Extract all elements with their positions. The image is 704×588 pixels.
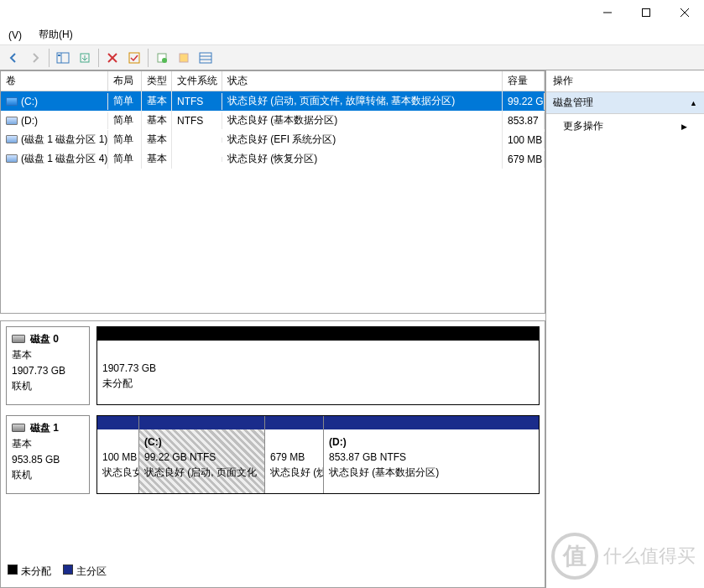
properties-icon[interactable] [152,48,172,68]
disk-graphical-view: 磁盘 0基本1907.73 GB联机1907.73 GB未分配磁盘 1基本953… [0,320,545,588]
list-view-icon[interactable] [196,48,216,68]
hdd-icon [12,335,25,343]
col-type[interactable]: 类型 [142,71,172,91]
partition[interactable]: 1907.73 GB未分配 [97,327,539,404]
svg-rect-13 [180,54,188,62]
nav-forward-icon[interactable] [25,48,45,68]
volume-row[interactable]: (D:)简单基本NTFS状态良好 (基本数据分区)853.87 [1,111,545,130]
disk-row: 磁盘 1基本953.85 GB联机100 MB状态良女(C:)99.22 GB … [6,415,540,494]
menu-help[interactable]: 帮助(H) [34,26,78,44]
collapse-up-icon: ▲ [690,99,697,107]
legend-primary-label: 主分区 [76,565,107,577]
partition[interactable]: 100 MB状态良女 [97,416,139,493]
volume-row[interactable]: (磁盘 1 磁盘分区 1)简单基本状态良好 (EFI 系统分区)100 MB [1,130,545,149]
show-hide-tree-icon[interactable] [53,48,73,68]
export-list-icon[interactable] [75,48,95,68]
window-controls [0,0,704,25]
svg-rect-4 [57,53,69,63]
svg-rect-14 [200,53,211,63]
disk-row: 磁盘 0基本1907.73 GB联机1907.73 GB未分配 [6,326,540,405]
col-filesystem[interactable]: 文件系统 [172,71,222,91]
checkmark-icon[interactable] [124,48,144,68]
svg-rect-6 [58,55,60,56]
partition[interactable]: 679 MB状态良好 (炒 [265,416,324,493]
close-button[interactable] [665,0,704,25]
legend-unallocated-swatch [8,565,18,575]
partition[interactable]: (D:)853.87 GB NTFS状态良好 (基本数据分区) [324,416,539,493]
nav-back-icon[interactable] [3,48,23,68]
col-volume[interactable]: 卷 [1,71,108,91]
legend-unallocated-label: 未分配 [21,565,51,577]
disk-partitions: 100 MB状态良女(C:)99.22 GB NTFS状态良好 (启动, 页面文… [96,415,540,494]
svg-point-12 [162,58,167,63]
volume-row[interactable]: (C:)简单基本NTFS状态良好 (启动, 页面文件, 故障转储, 基本数据分区… [1,91,545,111]
disk-info[interactable]: 磁盘 1基本953.85 GB联机 [6,415,90,494]
maximize-button[interactable] [627,0,665,25]
delete-icon[interactable] [102,48,123,68]
disk-partitions: 1907.73 GB未分配 [96,326,540,405]
svg-rect-1 [643,9,650,17]
col-layout[interactable]: 布局 [108,71,142,91]
menu-bar: (V) 帮助(H) [0,25,704,45]
partition[interactable]: (C:)99.22 GB NTFS状态良好 (启动, 页面文化 [139,416,265,493]
legend: 未分配 主分区 [6,561,540,582]
actions-more[interactable]: 更多操作 ▶ [546,114,704,138]
drive-icon [6,154,18,163]
hdd-icon [12,424,25,432]
actions-more-label: 更多操作 [563,119,603,133]
actions-title[interactable]: 磁盘管理 ▲ [546,92,704,114]
refresh-icon[interactable] [174,48,194,68]
col-capacity[interactable]: 容量 [503,71,545,91]
actions-title-label: 磁盘管理 [553,96,593,110]
drive-icon [6,117,18,125]
actions-pane: 操作 磁盘管理 ▲ 更多操作 ▶ [546,70,704,588]
svg-rect-10 [129,53,139,63]
disk-info[interactable]: 磁盘 0基本1907.73 GB联机 [6,326,90,405]
col-status[interactable]: 状态 [222,71,503,91]
menu-view[interactable]: (V) [3,28,27,43]
chevron-right-icon: ▶ [681,122,687,131]
toolbar [0,45,704,70]
volume-list[interactable]: 卷 布局 类型 文件系统 状态 容量 (C:)简单基本NTFS状态良好 (启动,… [0,70,545,314]
drive-icon [6,135,18,143]
legend-primary-swatch [63,565,73,575]
volume-row[interactable]: (磁盘 1 磁盘分区 4)简单基本状态良好 (恢复分区)679 MB [1,149,545,169]
actions-header: 操作 [546,70,704,92]
minimize-button[interactable] [588,0,627,25]
drive-icon [6,97,18,106]
